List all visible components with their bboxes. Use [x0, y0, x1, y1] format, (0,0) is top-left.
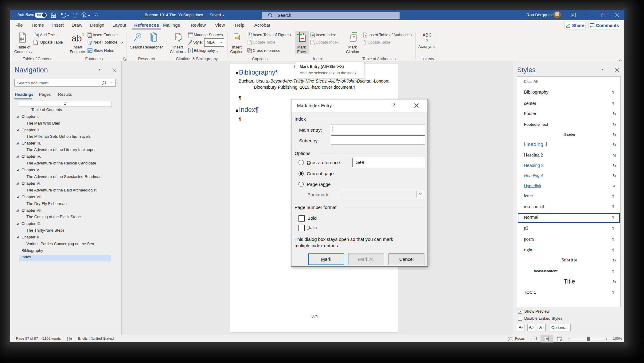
svg-text:i: i [89, 35, 90, 37]
svg-text:(–): (–) [176, 35, 179, 38]
svg-text:i: i [138, 34, 139, 38]
